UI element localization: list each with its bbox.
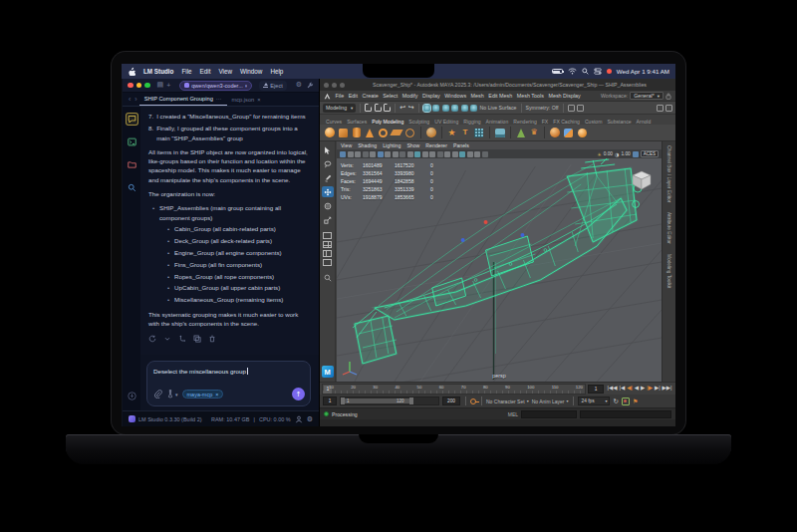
sidebar-toggle-icon[interactable]: ▤ [157,82,164,89]
make-live-icon[interactable] [470,105,477,112]
zoom-window-button[interactable] [144,83,150,89]
go-to-end-icon[interactable]: ▶▶| [662,386,672,392]
chat-transcript[interactable]: 7.I created a "Miscellaneous_Group" for … [140,107,319,355]
type-tool-icon[interactable]: T [460,128,471,138]
panel-menu-panels[interactable]: Panels [453,142,469,148]
smooth-brush-icon[interactable] [563,128,574,138]
sampler-menu-button[interactable]: ▾ [166,390,178,399]
nav-discover-icon[interactable] [126,181,138,194]
maya-menu-edit[interactable]: Edit [349,93,358,99]
quad-draw-icon[interactable] [515,128,526,138]
play-backwards-icon[interactable]: ◀ [634,386,639,392]
select-tool-icon[interactable] [322,144,334,155]
textured-mode-icon[interactable] [393,151,398,157]
shelf-tab-fx[interactable]: FX [542,119,549,125]
menubar-item-view[interactable]: View [218,68,232,75]
user-icon[interactable] [295,415,303,423]
control-center-icon[interactable] [594,68,602,75]
shelf-tab-arnold[interactable]: Arnold [637,119,652,125]
foam-brush-icon[interactable] [577,128,588,138]
screen-space-ao-icon[interactable] [414,151,420,157]
workspace-dropdown[interactable]: General*▾ [630,92,664,100]
open-scene-icon[interactable] [375,104,382,112]
crown-icon[interactable]: ♛ [529,128,540,138]
xray-icon[interactable] [452,151,458,157]
select-camera-icon[interactable] [340,151,346,157]
render-icon[interactable] [568,105,575,112]
auto-key-icon[interactable] [622,398,630,405]
panel-menu-renderer[interactable]: Renderer [425,142,447,148]
new-chat-icon[interactable]: + [166,82,170,89]
tab-channel-box[interactable]: Channel Box / Layer Editor [666,145,671,202]
send-button[interactable]: ↑ [292,388,305,400]
nav-models-folder-icon[interactable] [126,158,138,171]
eject-model-button[interactable]: Eject [259,81,286,91]
message-input-value[interactable]: Deselect the miscellaneous group [153,368,246,375]
view-cube[interactable] [630,168,654,192]
character-set-dropdown[interactable]: No Character Set▾ [486,399,529,404]
mel-label[interactable]: MEL [508,411,518,417]
expand-icon[interactable] [163,335,171,343]
live-surface-label[interactable]: No Live Surface [480,105,517,111]
shelf-tab-poly-modeling[interactable]: Poly Modeling [372,119,403,125]
maya-menu-mesh-display[interactable]: Mesh Display [548,93,580,99]
menubar-clock[interactable]: Wed Apr 1 9:41 AM [617,68,669,75]
maya-menu-modify[interactable]: Modify [402,93,418,99]
animation-end-field[interactable]: 200 [442,397,460,405]
panel-menu-view[interactable]: View [341,142,352,148]
mel-input-field[interactable] [521,410,577,418]
symmetry-toggle[interactable]: Symmetry: Off [526,105,559,111]
command-feedback-field[interactable] [580,410,671,418]
sculpt-brush-icon[interactable] [550,128,561,138]
panel-menu-show[interactable]: Show [406,142,419,148]
timeline-ruler[interactable]: 1 1020 3040 5060 7080 90100 110120 [322,384,586,395]
nav-developer-icon[interactable] [126,135,138,148]
menubar-item-help[interactable]: Help [270,68,283,75]
shelf-tab-surfaces[interactable]: Surfaces [347,119,367,125]
mcp-chip[interactable]: maya-mcp × [182,390,224,399]
model-selector-dropdown[interactable]: qwen/qwen3-coder... ▾ [179,81,252,91]
grid-toggle-icon[interactable] [459,151,465,157]
polycone-icon[interactable] [365,128,376,138]
layout-four-pane-icon[interactable] [323,241,332,248]
image-plane-icon[interactable] [370,151,376,157]
regenerate-icon[interactable] [148,335,156,343]
multisampling-icon[interactable] [429,151,435,157]
anim-layer-dropdown[interactable]: No Anim Layer▾ [532,399,569,404]
new-scene-icon[interactable] [365,104,372,112]
lighting-toggle-icon[interactable] [399,151,405,157]
settings-gear-icon[interactable]: ⚙ [296,82,302,90]
menu-set-dropdown[interactable]: Modeling▾ [323,104,356,113]
maya-menu-select[interactable]: Select [383,93,398,99]
snap-to-projected-center-icon[interactable] [451,105,458,112]
maya-menu-display[interactable]: Display [422,93,440,99]
shelf-tab-custom[interactable]: Custom [585,119,603,125]
playback-loop-icon[interactable]: ↻ [613,398,618,405]
message-input-box[interactable]: Deselect the miscellaneous group ▾ maya-… [146,361,311,406]
play-forwards-icon[interactable]: ▶ [641,386,646,392]
tab-forward-icon[interactable]: › [134,96,136,103]
go-to-start-icon[interactable]: |◀◀ [607,386,618,392]
set-key-icon[interactable] [470,399,476,404]
sidebar-attribute-toggle-icon[interactable] [665,105,672,112]
gamma-icon[interactable]: ◑ [615,151,619,157]
exposure-value[interactable]: 0.00 [604,151,613,156]
move-tool-icon[interactable] [322,186,334,197]
scale-tool-icon[interactable] [322,214,334,225]
range-slider[interactable]: 1 120 [340,397,439,405]
shelf-tab-animation[interactable]: Animation [486,119,509,125]
shelf-tab-sculpting[interactable]: Sculpting [408,119,429,125]
settings-gear-icon[interactable]: ⚙ [307,415,313,423]
undo-icon[interactable]: ↩ [399,105,405,112]
platonic-star-icon[interactable]: ★ [446,128,457,138]
polyplane-icon[interactable] [392,128,402,138]
panel-menu-lighting[interactable]: Lighting [383,142,400,148]
tab-ship-component-grouping[interactable]: SHIP Component Grouping ⋯ [139,93,227,106]
download-icon[interactable] [126,390,138,402]
zoom-tool-icon[interactable] [322,272,334,283]
record-indicator-icon[interactable] [607,69,612,74]
tab-options-icon[interactable]: ⋯ [216,96,222,102]
camera-attributes-icon[interactable] [355,151,361,157]
tab-back-icon[interactable]: ‹ [129,96,131,103]
branch-icon[interactable] [178,335,186,343]
